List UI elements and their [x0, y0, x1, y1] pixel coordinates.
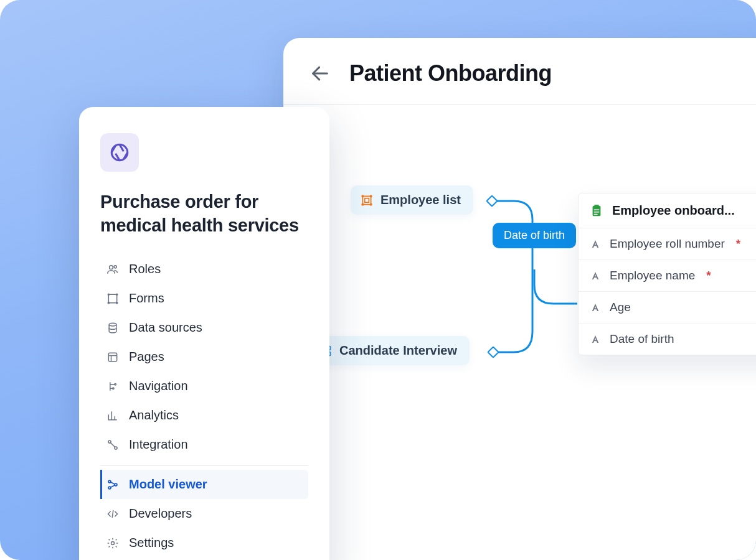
users-icon: [106, 263, 119, 276]
sidebar-panel: Purchase order for medical health servic…: [79, 107, 329, 560]
sidebar-item-data-sources[interactable]: Data sources: [100, 313, 308, 342]
sidebar-item-label: Integration: [129, 437, 188, 452]
analytics-icon: [106, 409, 119, 422]
text-field-icon: [590, 302, 601, 313]
sidebar-item-pages[interactable]: Pages: [100, 342, 308, 371]
app-logo: [100, 133, 139, 172]
svg-point-27: [108, 480, 111, 483]
svg-point-5: [362, 203, 363, 205]
sidebar-item-developers[interactable]: Developers: [100, 499, 308, 528]
svg-point-15: [114, 266, 116, 268]
svg-point-3: [362, 195, 363, 197]
form-icon: [361, 194, 373, 207]
gear-icon: [106, 537, 119, 549]
sidebar-title: Purchase order for medical health servic…: [100, 190, 308, 237]
field-row[interactable]: Employee name*: [579, 260, 756, 292]
sidebar-item-label: Navigation: [129, 379, 188, 393]
canvas-title: Patient Onboarding: [349, 60, 552, 86]
sidebar-item-label: Model viewer: [129, 477, 207, 492]
sidebar-item-navigation[interactable]: Navigation: [100, 371, 308, 401]
sidebar-item-analytics[interactable]: Analytics: [100, 401, 308, 430]
aperture-icon: [109, 142, 130, 163]
pages-icon: [106, 351, 119, 363]
field-label: Age: [610, 301, 631, 314]
required-marker: *: [736, 237, 740, 251]
node-port[interactable]: [486, 195, 498, 207]
clipboard-check-icon: [590, 204, 603, 218]
svg-point-4: [371, 195, 372, 197]
sidebar-item-label: Developers: [129, 506, 192, 521]
detail-panel: Employee onboard... Employee roll number…: [578, 193, 756, 355]
detail-header: Employee onboard...: [579, 194, 756, 228]
svg-rect-1: [362, 196, 371, 204]
model-viewer-icon: [106, 478, 119, 491]
field-label: Employee name: [610, 269, 695, 282]
back-button[interactable]: [308, 62, 332, 85]
svg-point-23: [115, 383, 116, 385]
database-icon: [106, 322, 119, 334]
node-employee-list[interactable]: Employee list: [351, 185, 473, 215]
stage: Patient Onboarding Employee list Candid: [0, 0, 756, 560]
canvas-header: Patient Onboarding: [283, 38, 756, 105]
svg-point-14: [110, 266, 113, 269]
sidebar-item-label: Settings: [129, 536, 174, 550]
field-row[interactable]: Employee roll number*: [579, 228, 756, 260]
edge-label-date-of-birth[interactable]: Date of birth: [493, 223, 576, 248]
nav-separator: [100, 465, 308, 466]
svg-rect-2: [365, 198, 369, 202]
text-field-icon: [590, 238, 601, 250]
sidebar-item-model-viewer[interactable]: Model viewer: [100, 470, 308, 499]
detail-title: Employee onboard...: [612, 203, 735, 218]
sidebar-item-roles[interactable]: Roles: [100, 254, 308, 284]
navigation-icon: [106, 380, 119, 393]
text-field-icon: [590, 334, 601, 345]
forms-icon: [106, 292, 119, 305]
code-icon: [106, 508, 119, 520]
svg-point-26: [115, 447, 117, 449]
node-label: Employee list: [380, 193, 461, 207]
text-field-icon: [590, 270, 601, 281]
sidebar-item-label: Forms: [129, 291, 164, 306]
node-label: Candidate Interview: [339, 343, 457, 358]
sidebar-item-label: Pages: [129, 350, 164, 364]
sidebar-item-integration[interactable]: Integration: [100, 430, 308, 459]
required-marker: *: [706, 269, 711, 282]
svg-point-21: [109, 323, 116, 326]
field-label: Employee roll number: [610, 237, 725, 251]
svg-point-6: [371, 203, 372, 205]
node-candidate-interview[interactable]: Candidate Interview: [309, 336, 470, 365]
svg-rect-16: [108, 294, 116, 302]
nav-list-primary: Roles Forms Data sources Pages Navigatio…: [100, 254, 308, 459]
svg-point-30: [111, 541, 115, 544]
sidebar-item-label: Data sources: [129, 320, 202, 335]
svg-point-25: [108, 441, 111, 443]
canvas-body[interactable]: Employee list Candidate Interview Date o…: [283, 105, 756, 540]
field-row[interactable]: Date of birth: [579, 324, 756, 355]
svg-rect-12: [594, 204, 598, 207]
sidebar-item-label: Roles: [129, 262, 161, 276]
sidebar-item-label: Analytics: [129, 408, 179, 422]
arrow-left-icon: [309, 63, 331, 84]
sidebar-item-settings[interactable]: Settings: [100, 528, 308, 558]
edge-label-text: Date of birth: [504, 229, 565, 241]
svg-point-29: [115, 483, 117, 486]
integration-icon: [106, 439, 119, 451]
field-row[interactable]: Age: [579, 292, 756, 324]
svg-rect-22: [108, 353, 116, 361]
nav-list-secondary: Model viewer Developers Settings: [100, 470, 308, 558]
main-canvas-panel: Patient Onboarding Employee list Candid: [283, 38, 756, 560]
node-port[interactable]: [487, 346, 499, 358]
sidebar-item-forms[interactable]: Forms: [100, 284, 308, 313]
field-label: Date of birth: [610, 332, 674, 346]
svg-point-28: [108, 487, 111, 489]
